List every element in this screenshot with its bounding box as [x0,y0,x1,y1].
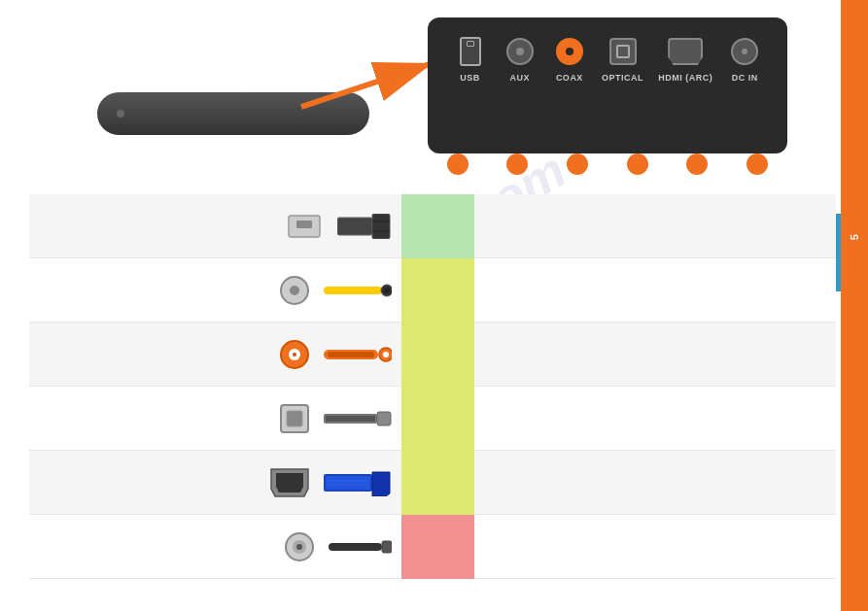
usb-port-icon [453,34,488,69]
dcin-illustration [29,531,401,562]
dcin-shape [731,38,758,65]
connection-rows-area [29,194,836,579]
panel-ports-row: USB AUX COAX OPTICAL [445,34,770,83]
svg-rect-23 [326,416,375,422]
color-bar-hdmi [401,451,474,515]
optical-port-illustration [279,403,310,434]
coax-port-icon [552,34,587,69]
dot-coax [567,153,588,175]
port-aux: AUX [503,34,538,83]
right-sidebar: 5 [841,0,868,611]
svg-point-9 [290,286,299,295]
port-optical: OPTICAL [602,34,643,83]
usb-cable-illustration [337,214,392,239]
color-bar-usb [401,194,474,258]
dcin-port-icon [727,34,762,69]
hdmi-shape [668,38,703,65]
aux-cable-illustration [324,284,392,297]
dot-dcin [746,153,768,175]
hdmi-port-icon [668,34,703,69]
usb-illustration [29,214,401,239]
coax-label: COAX [556,73,583,83]
svg-point-15 [293,353,296,356]
main-content: USB AUX COAX OPTICAL [0,0,841,611]
aux-label: AUX [509,73,530,83]
aux-illustration [29,275,401,306]
aux-port-icon [503,34,538,69]
dots-row [428,153,787,175]
coax-shape [556,38,583,65]
svg-point-34 [296,544,302,550]
color-bar-coax [401,322,474,387]
svg-marker-26 [276,473,303,492]
dcin-port-illustration [284,531,315,562]
optical-port-icon [606,34,641,69]
optical-illustration [29,403,401,434]
dot-optical [627,153,648,175]
soundbar-indicator [117,110,124,118]
hdmi-label: HDMI (ARC) [658,73,712,83]
connection-row-hdmi [29,451,836,515]
svg-rect-17 [328,352,374,357]
connection-row-dcin [29,515,836,579]
connection-row-usb [29,194,836,258]
optical-cable-illustration [324,410,392,427]
svg-rect-4 [337,218,372,235]
port-dc-in: DC IN [727,34,762,83]
optical-label: OPTICAL [602,73,643,83]
svg-rect-10 [324,287,382,294]
svg-rect-3 [296,221,312,228]
sidebar-page-number: 5 [849,233,860,240]
dcin-cable-illustration [329,540,392,554]
svg-rect-35 [329,543,382,551]
svg-rect-28 [326,476,370,490]
device-back-panel: USB AUX COAX OPTICAL [428,17,787,153]
svg-line-1 [301,63,433,107]
port-hdmi-arc: HDMI (ARC) [658,34,712,83]
svg-marker-29 [372,472,390,496]
hdmi-port-illustration [269,467,310,498]
svg-rect-36 [382,541,392,553]
svg-rect-24 [377,412,391,425]
color-bar-aux [401,258,474,322]
aux-shape [506,38,534,65]
hdmi-cable-illustration [324,469,392,496]
aux-port-illustration [279,275,310,306]
hdmi-illustration [29,467,401,498]
connection-row-aux [29,258,836,322]
svg-point-19 [383,352,389,357]
usb-port-illustration [287,214,324,239]
color-bar-dcin [401,515,474,579]
dot-usb [447,153,469,175]
usb-label: USB [460,73,480,83]
svg-rect-21 [287,411,302,426]
usb-shape [460,37,481,66]
connection-row-optical [29,387,836,451]
port-usb: USB [453,34,488,83]
optical-shape [609,38,637,65]
color-bar-optical [401,387,474,451]
connection-row-coax [29,322,836,387]
coax-illustration [29,339,401,370]
svg-rect-5 [372,214,390,239]
svg-point-12 [384,288,390,293]
dcin-label: DC IN [732,73,758,83]
coax-cable-illustration [324,346,392,363]
dot-aux [506,153,528,175]
dot-hdmi [686,153,708,175]
port-coax: COAX [552,34,587,83]
coax-port-illustration [279,339,310,370]
